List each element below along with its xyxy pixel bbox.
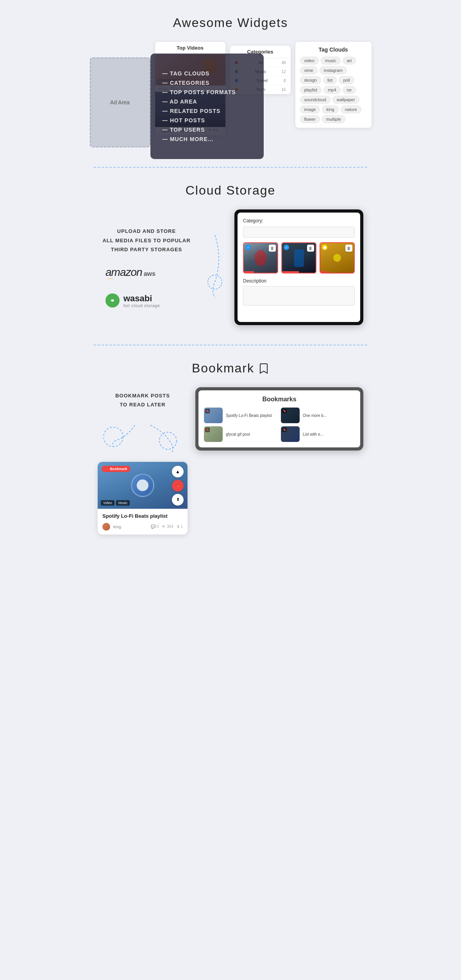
category-input-field[interactable] xyxy=(243,227,355,238)
tag-pill[interactable]: image xyxy=(300,106,320,113)
tag-pill[interactable]: multiple xyxy=(322,115,345,123)
wasabi-name: wasabi xyxy=(123,293,160,304)
bookmarks-panel-title: Bookmarks xyxy=(204,396,355,403)
bookmark-item-4[interactable]: 🔖 List with e... xyxy=(281,426,355,442)
wasabi-text: wasabi hot cloud storage xyxy=(123,293,160,308)
bm-label-3: gfycat gif post xyxy=(226,432,250,437)
bookmark-item-2[interactable]: 🔖 One more b... xyxy=(281,408,355,423)
bookmark-item-1[interactable]: 🔖 Spotify Lo-Fi Beats playlist xyxy=(204,408,278,423)
aws-name: amazon xyxy=(105,266,142,279)
bookmark-cta-text: BOOKMARK POSTSTO READ LATER xyxy=(98,387,188,410)
overlay-item-0: — TAG CLOUDS xyxy=(162,70,209,77)
bm-icon-1: 🔖 xyxy=(205,409,210,413)
share-btn[interactable]: ⬆ xyxy=(172,494,184,506)
post-card-top: ▲ 🔖 ⬆ 🔖 Bookmark Video Music xyxy=(98,462,188,509)
bookmark-list: 🔖 Spotify Lo-Fi Beats playlist 🔖 One mor… xyxy=(204,408,355,442)
description-label: Description xyxy=(243,278,355,284)
widgets-title: Awesome Widgets xyxy=(94,16,367,30)
bm-thumb-4: 🔖 xyxy=(281,426,300,442)
overlay-card: // Will be populated below — TAG CLOUDS—… xyxy=(150,54,264,159)
bookmark-tag: 🔖 Bookmark xyxy=(102,466,130,472)
tag-pill[interactable]: music xyxy=(321,57,341,64)
overlay-item-1: — CATEGORIES xyxy=(162,80,209,86)
thumb-check-icon: ✓ xyxy=(245,245,251,250)
cloud-content: UPLOAD AND STOREALL MEDIA FILES TO POPUL… xyxy=(98,209,363,325)
divider-1 xyxy=(94,167,367,168)
thumb-delete-btn-2[interactable]: 🗑 xyxy=(307,245,314,252)
bookmark-right: Bookmarks 🔖 Spotify Lo-Fi Beats playlist xyxy=(195,387,363,451)
media-thumb-3[interactable]: ⬤ 🗑 xyxy=(320,242,355,274)
upvote-btn[interactable]: ▲ xyxy=(172,466,184,477)
bookmark-row-2: 🔖 gfycat gif post 🔖 List with e... xyxy=(204,426,355,442)
media-thumb-1[interactable]: ✓ 🗑 xyxy=(243,242,278,274)
description-area[interactable] xyxy=(243,286,355,306)
post-card-body: Spotify Lo-Fi Beats playlist king 💬 0 👁 … xyxy=(98,509,188,535)
tag-pill[interactable]: poll xyxy=(339,76,354,84)
ad-area-card: Ad Area xyxy=(90,57,150,147)
bookmark-left: BOOKMARK POSTSTO READ LATER ▲ 🔖 ⬆ xyxy=(98,387,188,535)
widgets-section: Awesome Widgets Ad Area Top Videos Rolli… xyxy=(86,0,375,155)
post-type-badges: Video Music xyxy=(101,500,130,506)
tag-pill[interactable]: mp4 xyxy=(323,86,340,94)
tag-pill[interactable]: design xyxy=(300,76,321,84)
bookmark-section: Bookmark BOOKMARK POSTSTO READ LATER xyxy=(86,357,375,546)
aws-suffix: aws xyxy=(144,270,155,277)
tag-pill[interactable]: vime xyxy=(300,66,318,74)
cloud-logos: amazon aws ⌒ xyxy=(98,266,195,308)
post-stats: 💬 0 👁 304 ⬆ 1 xyxy=(151,524,183,529)
cloud-arrow-decoration xyxy=(203,227,227,307)
tag-pill[interactable]: art xyxy=(343,57,356,64)
cloud-right: Category: ✓ 🗑 xyxy=(234,209,363,325)
top-videos-title: Top Videos xyxy=(155,42,225,54)
category-label: Category: xyxy=(243,218,355,224)
thumb-progress-3 xyxy=(320,271,354,273)
thumb-progress-1 xyxy=(244,271,277,273)
post-card-title: Spotify Lo-Fi Beats playlist xyxy=(102,513,183,520)
ad-area-label: Ad Area xyxy=(110,99,130,106)
cloud-left: UPLOAD AND STOREALL MEDIA FILES TO POPUL… xyxy=(98,227,195,308)
bookmark-tablet: Bookmarks 🔖 Spotify Lo-Fi Beats playlist xyxy=(195,387,363,451)
tag-pill[interactable]: soundcloud xyxy=(300,96,331,104)
tags-container: videomusicartvimeinstagramdesignlistpoll… xyxy=(300,57,367,123)
tablet-screen: Category: ✓ 🗑 xyxy=(238,213,360,322)
tag-pill[interactable]: playlist xyxy=(300,86,322,94)
tag-pill[interactable]: wallpaper xyxy=(332,96,359,104)
tag-pill[interactable]: nature xyxy=(341,106,361,113)
tag-pill[interactable]: video xyxy=(300,57,319,64)
svg-point-4 xyxy=(159,432,177,449)
post-card-footer: king 💬 0 👁 304 ⬆ 1 xyxy=(102,523,183,531)
thumb-delete-btn-1[interactable]: 🗑 xyxy=(269,245,276,252)
bookmark-title: Bookmark xyxy=(98,361,363,376)
bookmark-btn[interactable]: 🔖 xyxy=(172,480,184,492)
divider-2 xyxy=(94,345,367,345)
cloud-section: Cloud Storage UPLOAD AND STOREALL MEDIA … xyxy=(86,179,375,333)
cloud-tablet: Category: ✓ 🗑 xyxy=(234,209,363,325)
tag-pill[interactable]: king xyxy=(322,106,338,113)
bookmark-item-3[interactable]: 🔖 gfycat gif post xyxy=(204,426,278,442)
post-likes: ⬆ 1 xyxy=(177,524,183,529)
bm-label-1: Spotify Lo-Fi Beats playlist xyxy=(226,413,272,418)
bm-icon-2: 🔖 xyxy=(282,409,287,413)
cloud-title: Cloud Storage xyxy=(98,183,363,198)
overlay-item-5: — HOT POSTS xyxy=(162,117,205,123)
media-thumb-2[interactable]: ✓ 🗑 xyxy=(281,242,316,274)
thumb-check-3-icon: ⬤ xyxy=(322,245,327,250)
bookmark-content: BOOKMARK POSTSTO READ LATER ▲ 🔖 ⬆ xyxy=(98,387,363,535)
tag-pill[interactable]: instagram xyxy=(320,66,347,74)
tag-pill[interactable]: list xyxy=(323,76,337,84)
svg-point-3 xyxy=(104,427,123,447)
tag-pill[interactable]: ne xyxy=(343,86,356,94)
aws-logo: amazon aws ⌒ xyxy=(105,266,155,286)
tag-pill[interactable]: flower xyxy=(300,115,320,123)
bm-label-4: List with e... xyxy=(303,432,323,437)
bookmark-row-1: 🔖 Spotify Lo-Fi Beats playlist 🔖 One mor… xyxy=(204,408,355,423)
video-badge: Video xyxy=(101,500,114,506)
bookmark-icon xyxy=(258,363,269,374)
svg-point-2 xyxy=(208,275,222,289)
bookmark-arrow-decoration xyxy=(98,417,188,458)
bookmark-title-text: Bookmark xyxy=(192,361,254,376)
thumb-delete-btn-3[interactable]: 🗑 xyxy=(345,245,352,252)
overlay-item-3: — AD AREA xyxy=(162,98,197,105)
media-thumbs: ✓ 🗑 ✓ 🗑 xyxy=(243,242,355,274)
wasabi-logo: wasabi hot cloud storage xyxy=(105,293,160,308)
